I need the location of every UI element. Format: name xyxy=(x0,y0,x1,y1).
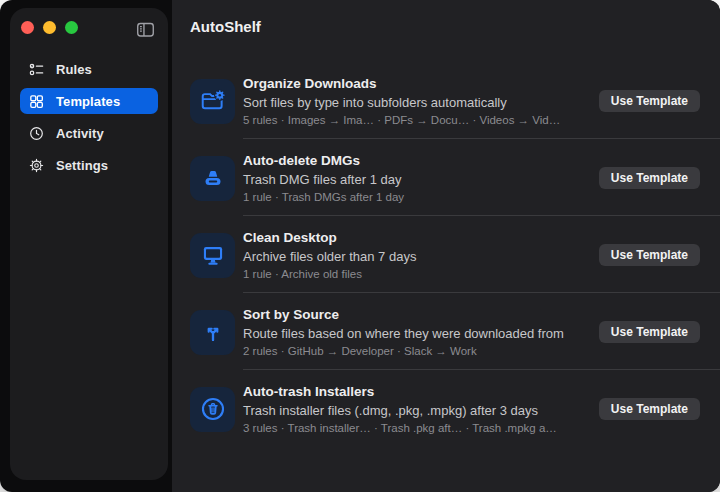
sidebar-item-label: Settings xyxy=(56,158,108,173)
template-meta: 1 rule · Trash DMGs after 1 day xyxy=(243,191,583,203)
template-row-clean-desktop: Clean Desktop Archive files older than 7… xyxy=(190,216,720,293)
sidebar-nav: Rules Templates xyxy=(20,56,158,184)
template-name: Organize Downloads xyxy=(243,76,583,91)
folder-gear-icon xyxy=(190,79,235,124)
gear-icon xyxy=(28,157,45,174)
grid-icon xyxy=(28,93,45,110)
use-template-button[interactable]: Use Template xyxy=(599,90,700,112)
use-template-button[interactable]: Use Template xyxy=(599,244,700,266)
template-meta: 5 rules · Images → Ima… · PDFs → Docu… ·… xyxy=(243,114,583,126)
template-description: Trash installer files (.dmg, .pkg, .mpkg… xyxy=(243,403,583,418)
sidebar-item-settings[interactable]: Settings xyxy=(20,152,158,178)
template-name: Clean Desktop xyxy=(243,230,583,245)
use-template-button[interactable]: Use Template xyxy=(599,398,700,420)
sidebar-item-rules[interactable]: Rules xyxy=(20,56,158,82)
sidebar-item-label: Templates xyxy=(56,94,120,109)
sidebar-toggle-icon xyxy=(135,20,156,39)
trash-circle-icon xyxy=(190,387,235,432)
template-row-sort-by-source: Sort by Source Route files based on wher… xyxy=(190,293,720,370)
drive-icon xyxy=(190,156,235,201)
template-description: Trash DMG files after 1 day xyxy=(243,172,583,187)
template-meta: 2 rules · GitHub → Developer · Slack → W… xyxy=(243,345,583,357)
template-row-auto-delete-dmgs: Auto-delete DMGs Trash DMG files after 1… xyxy=(190,139,720,216)
sidebar-item-label: Activity xyxy=(56,126,104,141)
minimize-button[interactable] xyxy=(43,21,56,34)
template-list: Organize Downloads Sort files by type in… xyxy=(190,76,720,447)
sidebar-item-templates[interactable]: Templates xyxy=(20,88,158,114)
template-name: Auto-trash Installers xyxy=(243,384,583,399)
app-window: Rules Templates xyxy=(0,0,720,492)
close-button[interactable] xyxy=(21,21,34,34)
clock-icon xyxy=(28,125,45,142)
template-description: Sort files by type into subfolders autom… xyxy=(243,95,583,110)
display-icon xyxy=(190,233,235,278)
sidebar-item-activity[interactable]: Activity xyxy=(20,120,158,146)
page-title: AutoShelf xyxy=(190,18,261,35)
template-name: Auto-delete DMGs xyxy=(243,153,583,168)
template-meta: 3 rules · Trash installer… · Trash .pkg … xyxy=(243,422,583,434)
template-description: Archive files older than 7 days xyxy=(243,249,583,264)
template-description: Route files based on where they were dow… xyxy=(243,326,583,341)
use-template-button[interactable]: Use Template xyxy=(599,167,700,189)
sidebar: Rules Templates xyxy=(10,8,168,480)
checklist-icon xyxy=(28,61,45,78)
template-row-auto-trash-installers: Auto-trash Installers Trash installer fi… xyxy=(190,370,720,447)
template-row-organize-downloads: Organize Downloads Sort files by type in… xyxy=(190,76,720,139)
use-template-button[interactable]: Use Template xyxy=(599,321,700,343)
zoom-button[interactable] xyxy=(65,21,78,34)
template-name: Sort by Source xyxy=(243,307,583,322)
sidebar-toggle-button[interactable] xyxy=(132,17,158,41)
main-content: AutoShelf Organize Downloads Sor xyxy=(172,0,720,492)
sidebar-item-label: Rules xyxy=(56,62,92,77)
branch-icon xyxy=(190,310,235,355)
template-meta: 1 rule · Archive old files xyxy=(243,268,583,280)
titlebar xyxy=(21,21,78,34)
